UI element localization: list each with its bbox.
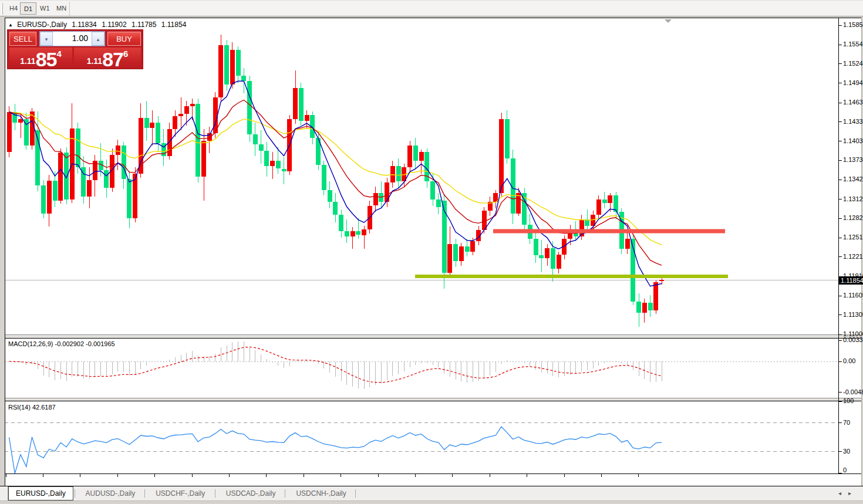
price-axis-label: 1.13425 [843, 175, 863, 182]
price-axis-label: 1.11605 [843, 292, 863, 299]
price-axis[interactable]: 1.158501.155451.152451.149401.146351.143… [843, 18, 863, 486]
price-axis-label: 1.12215 [843, 253, 863, 260]
timeframe-button-h4[interactable]: H4 [6, 2, 21, 15]
one-click-trade-panel: SELL ▾ 1.00 ▴ BUY 1.11854 1.11876 [7, 29, 143, 69]
ohlc-close: 1.11854 [161, 21, 187, 29]
buy-price-pip: 6 [123, 49, 128, 59]
sell-quote-panel[interactable]: 1.11854 [9, 48, 72, 69]
price-axis-label: 1.14940 [843, 79, 863, 86]
volume-stepper: ▾ 1.00 ▴ [39, 31, 105, 46]
timeframe-toolbar: H4D1W1MN [0, 0, 863, 16]
sell-price-prefix: 1.11 [20, 56, 35, 66]
rsi-axis-label: 0 [843, 466, 847, 473]
rsi-axis-label: 30 [843, 448, 850, 455]
price-axis-label: 1.15545 [843, 40, 863, 48]
tab-separator [355, 489, 356, 498]
price-axis-label: 1.13730 [843, 156, 863, 163]
timeframe-button-mn[interactable]: MN [53, 2, 70, 15]
tab-separator [75, 489, 75, 498]
buy-price-big: 87 [102, 48, 123, 70]
price-axis-label: 1.15245 [843, 60, 863, 67]
chart-symbol-label: EURUSD-,Daily [17, 21, 67, 29]
chart-title: ▲ EURUSD-,Daily 1.11834 1.11902 1.11785 … [8, 21, 189, 29]
trading-app-window: H4D1W1MN ▲ EURUSD-,Daily 1.11834 1.11902… [0, 0, 863, 504]
tab-separator [144, 489, 145, 498]
symbol-tab-audusddaily[interactable]: AUDUSD-,Daily [79, 487, 143, 500]
ohlc-high: 1.11902 [102, 21, 127, 29]
tab-scroll-right-icon[interactable]: ▸ [848, 490, 858, 496]
macd-axis-label: 0.00 [843, 357, 855, 364]
timeframe-button-w1[interactable]: W1 [36, 2, 53, 15]
ohlc-low: 1.11785 [132, 21, 157, 29]
macd-axis-label: 0.003346 [843, 336, 863, 343]
price-axis-label: 1.14335 [843, 118, 863, 125]
chart-window: ▲ EURUSD-,Daily 1.11834 1.11902 1.11785 … [5, 18, 862, 486]
toolbar-grip[interactable] [1, 3, 3, 15]
tab-scroll-left-icon[interactable]: ◂ [838, 490, 848, 496]
price-chart-canvas[interactable] [5, 18, 862, 486]
symbol-tabbar: EURUSD-,DailyAUDUSD-,DailyUSDCHF-,DailyU… [0, 486, 863, 500]
price-axis-label: 1.12515 [843, 234, 863, 241]
price-axis-label: 1.11305 [843, 311, 863, 318]
buy-price-prefix: 1.11 [87, 56, 102, 66]
rsi-axis-label: 70 [843, 419, 850, 426]
buy-quote-panel[interactable]: 1.11876 [74, 48, 141, 69]
sell-price-pip: 4 [56, 49, 61, 59]
price-axis-label: 1.14635 [843, 99, 863, 106]
sell-price-big: 85 [36, 48, 57, 70]
buy-button[interactable]: BUY [107, 32, 141, 46]
current-price-tag: 1.11854 [838, 276, 863, 285]
tabbar-lead [0, 486, 8, 500]
price-axis-label: 1.13120 [843, 195, 863, 202]
status-bar [0, 500, 863, 504]
collapse-triangle-icon[interactable]: ▲ [8, 22, 13, 28]
price-axis-label: 1.12820 [843, 214, 863, 221]
toolbar-separator [69, 2, 70, 16]
macd-indicator-label: MACD(12,26,9) -0.002902 -0.001965 [8, 340, 115, 347]
volume-decrease-button[interactable]: ▾ [40, 32, 53, 46]
price-axis-label: 1.14030 [843, 137, 863, 144]
timeframe-button-d1[interactable]: D1 [20, 2, 36, 15]
tab-separator [215, 489, 215, 498]
tab-separator [285, 489, 285, 498]
ohlc-open: 1.11834 [72, 21, 97, 29]
symbol-tab-usdchfdaily[interactable]: USDCHF-,Daily [149, 487, 212, 500]
symbol-tab-usdcaddaily[interactable]: USDCAD-,Daily [219, 487, 283, 500]
tab-scroll-arrows[interactable]: ◂▸ [838, 490, 858, 496]
price-axis-label: 1.15850 [843, 21, 863, 28]
rsi-axis-label: 100 [843, 397, 854, 404]
volume-increase-button[interactable]: ▴ [92, 32, 104, 46]
symbol-tab-eurusddaily[interactable]: EURUSD-,Daily [8, 486, 73, 500]
symbol-tab-usdcnhdaily[interactable]: USDCNH-,Daily [289, 487, 353, 500]
volume-input[interactable]: 1.00 [53, 32, 92, 46]
macd-axis-label: -0.004885 [843, 388, 863, 395]
rsi-indicator-label: RSI(14) 42.6187 [8, 404, 56, 411]
sell-button[interactable]: SELL [9, 32, 36, 46]
